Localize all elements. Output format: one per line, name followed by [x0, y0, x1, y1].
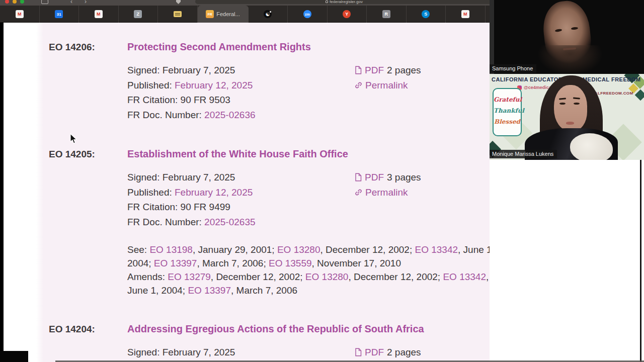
pdf-line: PDF 2 pages [355, 63, 421, 78]
face-detail [574, 103, 580, 105]
calendar-icon: 31 [55, 10, 63, 18]
z-app-icon: Z [134, 10, 142, 18]
pdf-file-icon [355, 66, 362, 74]
doc-number-link[interactable]: 2025-02636 [204, 110, 255, 120]
published-date-link[interactable]: February 12, 2025 [175, 187, 253, 198]
badge-word: Blessed [494, 116, 521, 127]
close-window-button[interactable] [5, 0, 9, 4]
published-line: Published: February 12, 2025 [127, 78, 256, 93]
eo-number-label: EO 14205: [49, 149, 95, 160]
page-left-margin [4, 23, 36, 362]
eo-title-link[interactable]: Establishment of the White House Faith O… [127, 148, 348, 160]
pdf-line: PDF 3 pages [355, 170, 421, 185]
pdf-link[interactable]: PDF [365, 170, 384, 185]
shield-icon[interactable] [176, 0, 181, 4]
video-tile-samsung-phone[interactable]: Samsung Phone [490, 0, 644, 74]
eo-title-link[interactable]: Protecting Second Amendment Rights [127, 41, 311, 53]
participant-name-tag: Monique Marissa Lukens [490, 150, 557, 158]
pdf-file-icon [355, 173, 362, 182]
folder-icon [174, 11, 182, 17]
pdf-file-icon [355, 348, 362, 356]
eo-reference-link[interactable]: EO 13397 [188, 285, 231, 296]
permalink-line: Permalink [355, 185, 421, 200]
eo-actions: PDF 2 pages Permalink [355, 63, 421, 93]
eo-details: Signed: February 7, 2025 Published: Febr… [127, 63, 256, 122]
eo-reference-link[interactable]: EO 13280 [277, 244, 320, 255]
gmail-icon: M [16, 10, 24, 18]
tab-skype[interactable]: S [407, 6, 446, 23]
address-url: federalregister.gov [330, 0, 363, 4]
text-segment: , March 7, 2006; [197, 258, 269, 268]
text-segment: , December 12, 2002; [348, 272, 443, 282]
eo-details: Signed: February 7, 2025 Published: Febr… [127, 345, 253, 362]
panel-divider-line [640, 158, 641, 362]
permalink-link[interactable]: Permalink [365, 78, 408, 93]
text-segment: Amends: [127, 272, 168, 282]
tab-yahoo[interactable]: Y [328, 6, 367, 23]
forward-icon[interactable]: › [85, 0, 87, 5]
text-segment: , March 7, 2006 [231, 285, 297, 296]
eo-reference-link[interactable]: EO 13279 [168, 272, 211, 282]
mouse-cursor [69, 133, 77, 144]
eo-reference-link[interactable]: EO 13280 [305, 272, 349, 282]
permalink-link[interactable]: Permalink [365, 185, 408, 200]
doc-number-line: FR Doc. Number: 2025-02635 [127, 215, 256, 230]
eo-reference-link[interactable]: EO 13342 [415, 244, 458, 255]
eo-reference-link[interactable]: EO 13342 [443, 272, 486, 282]
pdf-pages: 2 pages [387, 345, 421, 360]
tab-calendar[interactable]: 31 [40, 6, 79, 23]
tab-federal-register-label: Federal... [216, 11, 239, 17]
published-date-link[interactable]: February 12, 2025 [175, 80, 253, 90]
minimize-window-button[interactable] [13, 0, 17, 4]
eo-number-label: EO 14204: [49, 324, 95, 335]
permalink-line: Permalink [355, 78, 421, 93]
text-segment: , December 12, 2002; [320, 244, 415, 255]
published-line: Published: February 12, 2025 [127, 185, 256, 200]
federal-register-page: EO 14206: Protecting Second Amendment Ri… [36, 23, 490, 362]
eo-number-label: EO 14206: [49, 42, 95, 53]
zoom-icon: zm [303, 10, 311, 18]
signed-line: Signed: February 7, 2025 [127, 170, 256, 185]
text-segment: See: [127, 244, 149, 255]
gmail-icon: M [95, 10, 103, 18]
tab-z-app[interactable]: Z [119, 6, 158, 23]
banner-diamond-decor [635, 89, 644, 101]
link-icon [355, 81, 362, 89]
eo-reference-link[interactable]: EO 13559 [269, 258, 312, 268]
link-icon [355, 189, 362, 196]
tab-dark-logo[interactable]: ☯ [249, 6, 288, 23]
doc-number-link[interactable]: 2025-02635 [204, 217, 255, 227]
yahoo-icon: Y [343, 10, 351, 18]
tab-federal-register-active[interactable]: FR Federal... [198, 6, 249, 23]
participant-name-tag: Samsung Phone [490, 64, 536, 73]
tab-gmail-1[interactable]: M [0, 6, 40, 23]
eo-reference-link[interactable]: EO 13397 [154, 258, 197, 268]
face-detail [559, 103, 566, 105]
citation-line: FR Citation: 90 FR 9503 [127, 93, 256, 108]
tab-folder[interactable] [158, 6, 198, 23]
pdf-pages: 3 pages [387, 170, 421, 185]
video-edge-strip [490, 0, 494, 74]
video-tile-monique-lukens[interactable]: CALIFORNIA EDUCATORS FOR MEDICAL FREEDOM… [490, 74, 644, 160]
signed-line: Signed: February 7, 2025 [127, 345, 253, 360]
pdf-link[interactable]: PDF [365, 345, 384, 360]
eo-reference-link[interactable]: EO 13198 [149, 244, 193, 255]
signed-line: Signed: February 7, 2025 [127, 63, 256, 78]
tab-zoom[interactable]: zm [288, 6, 328, 23]
tab-gmail-2[interactable]: M [79, 6, 119, 23]
tab-gmail-3[interactable]: M [446, 6, 486, 23]
r-app-icon: R [382, 10, 390, 18]
bottom-left-mask [0, 351, 28, 362]
fullscreen-window-button[interactable] [20, 0, 24, 4]
tab-r-app[interactable]: R [367, 6, 407, 23]
sidebar-toggle-icon[interactable] [41, 0, 48, 4]
eo-title-link[interactable]: Addressing Egregious Actions of the Repu… [127, 323, 424, 335]
address-bar[interactable]: federalregister.gov [195, 0, 493, 4]
pdf-pages: 2 pages [387, 63, 421, 78]
pdf-link[interactable]: PDF [365, 63, 384, 78]
amends-references-paragraph: Amends: EO 13279, December 12, 2002; EO … [127, 270, 490, 297]
back-icon[interactable]: ‹ [70, 0, 72, 5]
dark-logo-icon: ☯ [264, 10, 272, 18]
text-segment: , January 29, 2001; [193, 244, 277, 255]
grateful-thankful-blessed-badge: Grateful Thankful Blessed [493, 88, 522, 136]
